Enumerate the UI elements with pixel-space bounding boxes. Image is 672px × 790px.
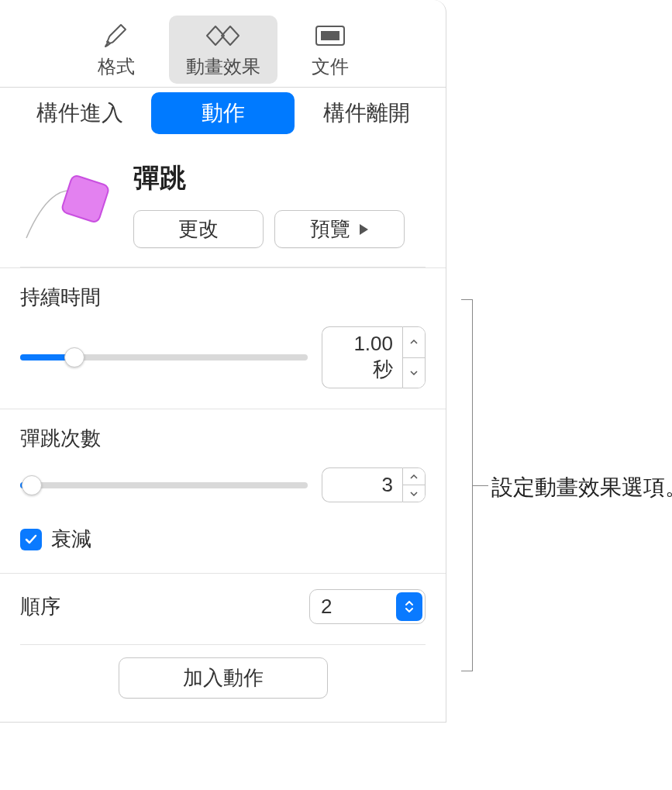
- callout-bracket: [446, 299, 473, 671]
- tab-animate[interactable]: 動畫效果: [169, 16, 277, 84]
- effect-title: 彈跳: [133, 160, 427, 196]
- tab-document[interactable]: 文件: [295, 16, 366, 84]
- preview-label: 預覽: [310, 216, 350, 243]
- effect-info: 彈跳 更改 預覽: [133, 160, 427, 248]
- add-action-button[interactable]: 加入動作: [119, 657, 328, 699]
- duration-slider[interactable]: [20, 354, 308, 361]
- tab-animate-label: 動畫效果: [186, 54, 260, 79]
- play-icon: [358, 217, 369, 241]
- diamonds-icon: [202, 22, 244, 50]
- preview-button[interactable]: 預覽: [274, 210, 405, 248]
- svg-rect-2: [61, 174, 110, 223]
- duration-step-up[interactable]: [403, 327, 425, 358]
- duration-section: 持續時間 1.00 秒: [0, 267, 446, 409]
- subtab-action[interactable]: 動作: [151, 92, 295, 134]
- duration-stepper[interactable]: 1.00 秒: [322, 326, 426, 388]
- bounces-label: 彈跳次數: [20, 425, 426, 452]
- inspector-panel: 格式 動畫效果 文件 構件進入 動作 構件離開: [0, 0, 446, 723]
- bounces-stepper[interactable]: 3: [322, 467, 426, 502]
- bounces-section: 彈跳次數 3 衰減: [0, 409, 446, 573]
- callout-line: [473, 485, 488, 486]
- bounces-value[interactable]: 3: [322, 467, 402, 502]
- tab-format[interactable]: 格式: [81, 16, 152, 84]
- top-tab-bar: 格式 動畫效果 文件: [0, 0, 446, 88]
- bounces-step-down[interactable]: [403, 485, 425, 502]
- bounce-effect-icon: [19, 160, 119, 246]
- svg-rect-1: [321, 31, 339, 40]
- duration-value[interactable]: 1.00 秒: [322, 326, 402, 388]
- effect-header: 彈跳 更改 預覽: [0, 139, 446, 267]
- document-icon: [313, 22, 347, 50]
- tab-document-label: 文件: [312, 54, 349, 79]
- order-label: 順序: [20, 593, 60, 620]
- bounces-step-up[interactable]: [403, 468, 425, 485]
- decay-checkbox[interactable]: [20, 529, 42, 550]
- change-button[interactable]: 更改: [133, 210, 264, 248]
- paintbrush-icon: [102, 22, 130, 50]
- sub-tab-bar: 構件進入 動作 構件離開: [0, 88, 446, 139]
- callout-text: 設定動畫效果選項。: [491, 473, 672, 502]
- order-value: 2: [310, 590, 394, 623]
- duration-label: 持續時間: [20, 284, 426, 311]
- subtab-build-in[interactable]: 構件進入: [8, 92, 151, 134]
- bounces-slider[interactable]: [20, 482, 308, 488]
- decay-label: 衰減: [51, 526, 91, 553]
- select-arrows-icon: [396, 592, 422, 621]
- subtab-build-out[interactable]: 構件離開: [295, 92, 438, 134]
- order-section: 順序 2: [0, 573, 446, 644]
- duration-step-down[interactable]: [403, 358, 425, 388]
- order-select[interactable]: 2: [309, 589, 426, 624]
- tab-format-label: 格式: [98, 54, 135, 79]
